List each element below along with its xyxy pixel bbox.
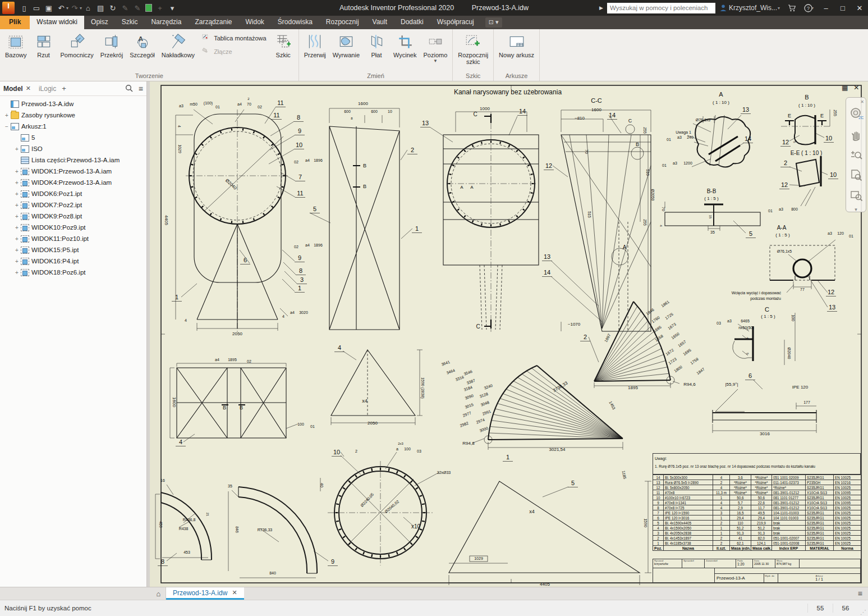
zoom-window-button[interactable] [849, 189, 863, 204]
expand-toggle[interactable]: + [13, 213, 20, 220]
tree-item-iso[interactable]: +ISO [0, 143, 146, 154]
tab-szkic[interactable]: Szkic [115, 16, 145, 29]
tab-plik[interactable]: Plik [0, 16, 30, 29]
wycinek-button[interactable]: Wycinek [391, 30, 419, 60]
refresh-icon[interactable]: ↻ [107, 4, 118, 12]
tab-widok[interactable]: Widok [238, 16, 270, 29]
tree-item-widok9-poz8-ipt[interactable]: +WIDOK9:Poz8.ipt [0, 211, 146, 222]
expand-toggle[interactable]: + [13, 236, 20, 242]
rzut-button[interactable]: Rzut [31, 30, 57, 60]
add-icon[interactable]: + [154, 4, 166, 12]
expand-toggle[interactable]: + [3, 112, 10, 118]
close-sheet-icon[interactable]: ✕ [853, 84, 859, 92]
expand-toggle[interactable]: + [13, 270, 20, 276]
print-icon[interactable]: ▤ [95, 4, 106, 12]
ribbon-display-options[interactable]: ⊡ ▾ [485, 17, 502, 28]
tab-wstaw-widoki[interactable]: Wstaw widoki [30, 16, 84, 29]
material-icon[interactable] [145, 4, 152, 12]
tree-item-zasoby-rysunkowe[interactable]: +Zasoby rysunkowe [0, 109, 146, 121]
tree-item-widok1-przewod-13-a-iam[interactable]: +WIDOK1:Przewod-13-A.iam [0, 166, 146, 177]
pomocniczy-button[interactable]: Pomocniczy [58, 30, 97, 60]
tab-narzędzia[interactable]: Narzędzia [144, 16, 188, 29]
expand-toggle[interactable]: + [13, 146, 20, 152]
tab-list-menu-icon[interactable]: ≡ [858, 587, 862, 600]
home-tab-icon[interactable]: ⌂ [151, 587, 166, 600]
tree-item-widok6-poz1-ipt[interactable]: +WIDOK6:Poz1.ipt [0, 188, 146, 199]
tree-item-widok4-przewod-13-a-iam[interactable]: +WIDOK4:Przewod-13-A.iam [0, 177, 146, 188]
szczegół-button[interactable]: ASzczegół [127, 30, 158, 60]
bazowy-button[interactable]: Bazowy [2, 30, 30, 60]
navbar-more-icon[interactable]: ▾ [855, 207, 857, 212]
help-button[interactable]: ? ▾ [804, 4, 814, 12]
tree-item-widok11-poz10-ipt[interactable]: +WIDOK11:Poz10.ipt [0, 233, 146, 244]
szkic-button[interactable]: Szkic [270, 30, 296, 60]
tab-model-close-icon[interactable]: ✕ [26, 85, 31, 92]
close-button[interactable]: ✕ [851, 0, 868, 16]
pan-hand-button[interactable] [849, 128, 863, 144]
tablica-montażowa-button[interactable]: Tablica montażowa [199, 31, 269, 45]
tree-item-widok18-poz6-ipt[interactable]: +WIDOK18:Poz6.ipt [0, 267, 146, 278]
tree-item-widok15-p5-ipt[interactable]: +WIDOK15:P5.ipt [0, 244, 146, 255]
undo-icon-caret[interactable]: ▾ [66, 6, 68, 11]
expand-toggle[interactable]: − [3, 124, 10, 130]
przekrój-button[interactable]: Przekrój [98, 30, 126, 60]
tab-vault[interactable]: Vault [366, 16, 394, 29]
tab-współpracuj[interactable]: Współpracuj [430, 16, 481, 29]
tree-item-5[interactable]: 5 [0, 132, 146, 143]
expand-toggle[interactable]: + [13, 258, 20, 264]
minimize-button[interactable]: – [818, 0, 834, 16]
new-icon[interactable]: ▯ [19, 4, 30, 12]
search-expand-icon[interactable]: ▶ [599, 5, 603, 11]
zoom-button[interactable] [849, 148, 863, 164]
tab-zarządzanie[interactable]: Zarządzanie [188, 16, 238, 29]
płat-button[interactable]: Płat [364, 30, 389, 60]
przerwij-button[interactable]: Przerwij [301, 30, 329, 60]
browser-menu-icon[interactable]: ≡ [139, 84, 143, 93]
wyrwanie-button[interactable]: Wyrwanie [330, 30, 362, 60]
resize-grip[interactable] [858, 600, 868, 616]
save-icon[interactable]: ▣ [43, 4, 54, 12]
poziomo-button[interactable]: Poziomo▼ [420, 30, 450, 65]
expand-toggle[interactable]: + [13, 168, 20, 175]
search-icon[interactable] [125, 84, 133, 92]
search-input[interactable] [607, 3, 715, 13]
expand-toggle[interactable]: + [13, 191, 20, 197]
navbar-close-icon[interactable]: ✕ [860, 99, 864, 104]
tab-środowiska[interactable]: Środowiska [271, 16, 319, 29]
restore-sheet-icon[interactable]: ▦ [842, 84, 848, 92]
expand-toggle[interactable]: + [13, 202, 20, 208]
tab-opisz[interactable]: Opisz [84, 16, 115, 29]
document-tab[interactable]: Przewod-13-A.idw ✕ [166, 587, 244, 600]
tab-rozpocznij[interactable]: Rozpocznij [319, 16, 366, 29]
tree-item-widok10-poz9-ipt[interactable]: +WIDOK10:Poz9.ipt [0, 222, 146, 233]
tab-ilogic[interactable]: iLogic [39, 85, 56, 93]
add-browser-tab-button[interactable]: + [62, 84, 66, 93]
home-icon[interactable]: ⌂ [82, 4, 94, 12]
undo-icon[interactable]: ↶ [56, 4, 67, 12]
nowy-arkusz-button[interactable]: Nowy arkusz [496, 30, 537, 60]
expand-toggle[interactable]: + [13, 180, 20, 186]
store-cart-button[interactable] [788, 4, 796, 12]
tree-item-widok16-p4-ipt[interactable]: +WIDOK16:P4.ipt [0, 255, 146, 267]
expand-toggle[interactable]: + [13, 247, 20, 253]
pencil-icon[interactable]: ✎ [132, 4, 143, 12]
tree-item-widok7-poz2-ipt[interactable]: +WIDOK7:Poz2.ipt [0, 199, 146, 211]
drawing-canvas[interactable]: Kanał narysowany bez użebrowaniaa3m50(10… [150, 81, 868, 587]
tree-item-przewod-13-a-idw[interactable]: Przewod-13-A.idw [0, 98, 146, 109]
tree-item-lista-cz-ci-przewod-13-a-iam[interactable]: Lista części:Przewod-13-A.iam [0, 154, 146, 166]
user-menu[interactable]: Krzysztof_Wis... ▾ [719, 4, 780, 12]
nakładkowy-button[interactable]: Nakładkowy [159, 30, 198, 60]
maximize-button[interactable]: □ [834, 0, 851, 16]
inventor-logo-icon[interactable]: I [2, 2, 15, 14]
redo-icon[interactable]: ↷ [69, 4, 80, 12]
redo-icon-caret[interactable]: ▾ [80, 6, 82, 11]
steering-wheel-2d-button[interactable]: 2D [849, 107, 864, 124]
more-icon[interactable]: ▾ [167, 4, 178, 12]
tab-model[interactable]: Model✕ [3, 85, 31, 93]
tab-dodatki[interactable]: Dodatki [394, 16, 430, 29]
document-tab-close-icon[interactable]: ✕ [232, 589, 237, 596]
rozpocznij-szkic-button[interactable]: Rozpocznij szkic [455, 30, 491, 67]
open-icon[interactable]: ▭ [31, 4, 42, 12]
expand-toggle[interactable]: + [13, 225, 20, 231]
tree-item-arkusz-1[interactable]: −Arkusz:1 [0, 121, 146, 132]
